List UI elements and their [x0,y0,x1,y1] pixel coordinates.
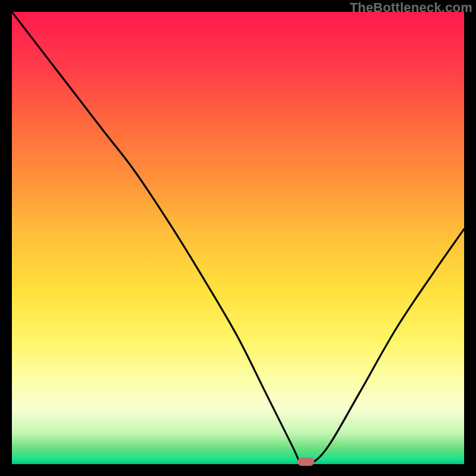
optimal-marker [298,458,314,466]
bottleneck-curve [12,12,464,464]
chart-frame: TheBottleneck.com [0,0,476,476]
plot-area [12,12,464,464]
curve-path [12,12,464,464]
